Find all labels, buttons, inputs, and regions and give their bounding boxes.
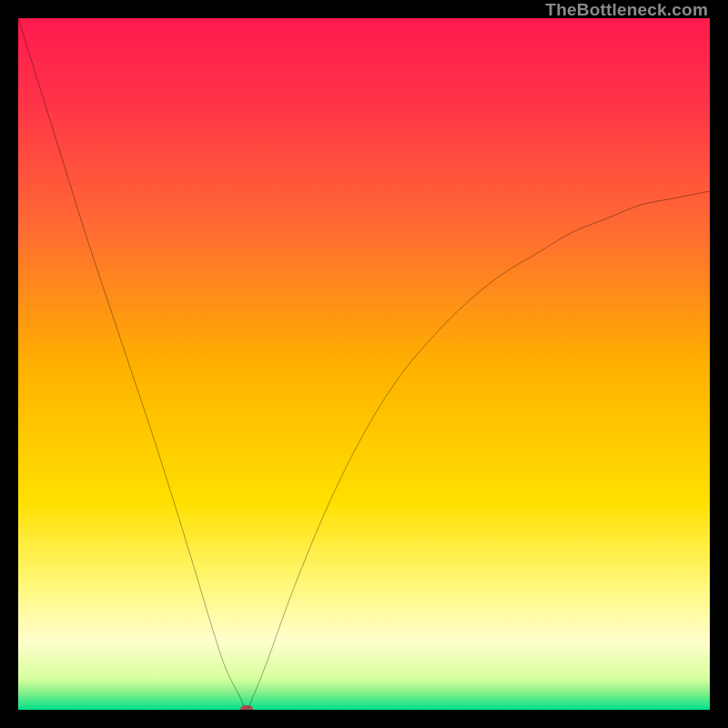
attribution-label: TheBottleneck.com (545, 0, 708, 20)
chart-plot-area (18, 18, 710, 710)
svg-rect-0 (18, 18, 710, 710)
optimal-point-marker (240, 705, 253, 710)
background-gradient (18, 18, 710, 710)
